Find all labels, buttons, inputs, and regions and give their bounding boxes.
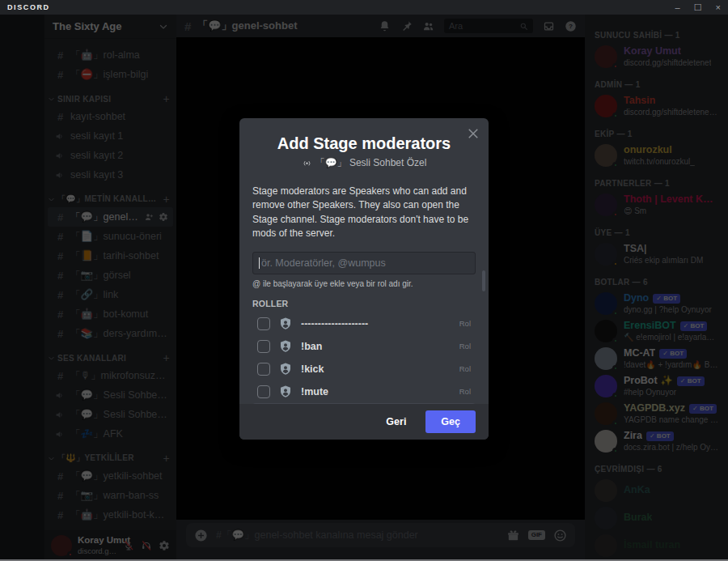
stage-channel-name: 「💬」 Sesli Sohbet Özel [315,156,427,170]
minimize-button[interactable]: – [675,3,680,12]
role-type-label: Rol [459,364,471,373]
role-name: !kick [301,363,451,375]
add-stage-moderators-modal: Add Stage moderators 「💬」 Sesli Sohbet Öz… [239,118,489,440]
role-row[interactable]: -------------------- Rol [252,312,476,335]
modal-footer: Geri Geç [239,404,489,440]
role-type-label: Rol [459,319,471,328]
close-icon[interactable] [466,126,480,141]
role-name: -------------------- [301,318,451,329]
role-row[interactable]: !kick Rol [252,358,476,380]
scrollbar-thumb[interactable] [482,270,485,291]
modal-subtitle: 「💬」 Sesli Sohbet Özel [239,156,489,170]
role-name: !ban [301,341,451,352]
moderator-search-input[interactable] [252,252,476,274]
input-help-text: @ ile başlayarak üye ekle veya bir rol a… [252,279,476,288]
next-button[interactable]: Geç [425,410,476,433]
roles-section-header: ROLLER [252,299,476,308]
role-checkbox[interactable] [257,385,270,398]
role-checkbox[interactable] [257,317,270,330]
role-shield-icon [278,362,293,376]
modal-title: Add Stage moderators [239,134,489,153]
back-button[interactable]: Geri [386,416,406,427]
text-caret [259,257,260,269]
role-row[interactable]: !ban Rol [252,335,476,358]
moderator-input-wrap [252,252,476,274]
modal-body: Stage moderators are Speakers who can ad… [239,185,489,426]
titlebar: DISCORD – ☐ × [0,0,728,15]
role-type-label: Rol [459,342,471,351]
role-row[interactable]: !mute Rol [252,380,476,403]
role-checkbox[interactable] [257,340,270,353]
role-checkbox[interactable] [257,363,270,376]
modal-description: Stage moderators are Speakers who can ad… [252,185,476,241]
role-shield-icon [278,385,293,399]
maximize-button[interactable]: ☐ [694,3,702,12]
discord-wordmark: DISCORD [7,3,50,11]
close-window-button[interactable]: × [716,3,721,12]
stage-channel-icon [302,158,312,168]
window-controls: – ☐ × [675,3,721,12]
role-shield-icon [278,339,293,354]
role-shield-icon [278,317,293,331]
role-type-label: Rol [459,387,471,396]
role-name: !mute [301,386,451,397]
discord-window: DISCORD – ☐ × The Sixty Age #「🤖」rol-alma… [0,0,728,561]
